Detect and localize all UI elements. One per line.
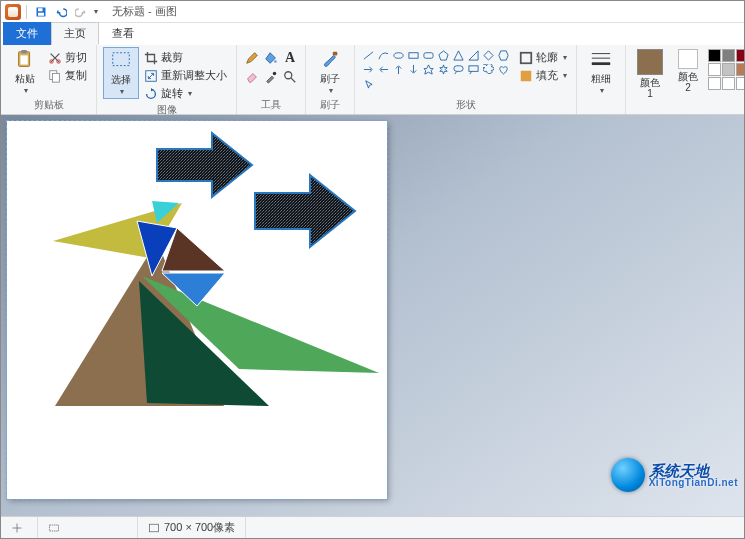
palette-swatch[interactable]	[722, 77, 735, 90]
svg-rect-9	[52, 73, 59, 82]
svg-rect-15	[333, 52, 338, 56]
ribbon: 粘贴▾ 剪切 复制 剪贴板 选择▾ 裁剪 重新调整大小 旋转▾ 图像	[1, 45, 744, 115]
palette-swatch[interactable]	[708, 49, 721, 62]
shape-gallery[interactable]	[361, 49, 510, 90]
group-label-clipboard: 剪贴板	[34, 97, 64, 114]
group-image: 选择▾ 裁剪 重新调整大小 旋转▾ 图像	[97, 45, 237, 114]
app-icon	[5, 4, 21, 20]
group-colors: 颜色 1 颜色 2 编辑颜色 颜色	[626, 45, 745, 114]
palette-swatch[interactable]	[736, 63, 745, 76]
status-selection-size	[38, 517, 138, 538]
color1-swatch	[637, 49, 663, 75]
svg-rect-10	[113, 53, 130, 66]
pencil-tool[interactable]	[243, 49, 261, 67]
svg-rect-4	[21, 50, 26, 54]
group-label-size	[600, 100, 603, 114]
svg-rect-21	[521, 52, 532, 63]
resize-button[interactable]: 重新调整大小	[141, 67, 230, 84]
fill-icon	[519, 69, 533, 83]
resize-icon	[144, 69, 158, 83]
svg-rect-19	[453, 66, 462, 72]
color1-button[interactable]: 颜色 1	[632, 47, 668, 101]
svg-point-13	[273, 72, 277, 76]
cut-button[interactable]: 剪切	[45, 49, 90, 66]
palette-swatch[interactable]	[736, 77, 745, 90]
select-button[interactable]: 选择▾	[103, 47, 139, 99]
palette-swatch[interactable]	[722, 49, 735, 62]
paste-icon	[14, 49, 36, 71]
tab-home[interactable]: 主页	[51, 22, 99, 45]
palette-swatch[interactable]	[708, 63, 721, 76]
status-bar: 700 × 700像素	[1, 516, 744, 538]
canvas[interactable]	[7, 121, 387, 499]
svg-point-14	[285, 72, 292, 79]
fill-tool[interactable]	[262, 49, 280, 67]
magnifier-tool[interactable]	[281, 68, 299, 86]
rotate-button[interactable]: 旋转▾	[141, 85, 230, 102]
watermark-cn: 系统天地	[649, 463, 738, 478]
group-shapes: 轮廓▾ 填充▾ 形状	[355, 45, 577, 114]
svg-rect-18	[423, 53, 432, 59]
save-button[interactable]	[32, 3, 50, 21]
size-icon	[590, 49, 612, 71]
copy-button[interactable]: 复制	[45, 67, 90, 84]
status-canvas-size: 700 × 700像素	[138, 517, 246, 538]
globe-icon	[611, 458, 645, 492]
svg-point-16	[393, 53, 402, 59]
text-tool[interactable]: A	[281, 49, 299, 67]
title-bar: ▾ 无标题 - 画图	[1, 1, 744, 23]
group-brushes: 刷子▾ 刷子	[306, 45, 355, 114]
group-clipboard: 粘贴▾ 剪切 复制 剪贴板	[1, 45, 97, 114]
color2-button[interactable]: 颜色 2	[670, 47, 706, 95]
size-button[interactable]: 粗细▾	[583, 47, 619, 97]
watermark-en: XiTongTianDi.net	[649, 478, 738, 488]
svg-rect-22	[521, 70, 532, 81]
brush-icon	[319, 49, 341, 71]
group-label-shapes: 形状	[456, 97, 476, 114]
group-tools: A 工具	[237, 45, 306, 114]
shape-outline-button[interactable]: 轮廓▾	[516, 49, 570, 66]
svg-rect-17	[408, 53, 417, 59]
picker-tool[interactable]	[262, 68, 280, 86]
crop-icon	[144, 51, 158, 65]
paste-button[interactable]: 粘贴▾	[7, 47, 43, 97]
svg-rect-2	[38, 12, 44, 15]
svg-rect-42	[50, 525, 59, 531]
group-label-brushes: 刷子	[320, 97, 340, 114]
palette-swatch[interactable]	[708, 77, 721, 90]
svg-rect-43	[150, 524, 159, 532]
rotate-icon	[144, 87, 158, 101]
status-cursor-pos	[1, 517, 38, 538]
window-title: 无标题 - 画图	[112, 4, 177, 19]
copy-icon	[48, 69, 62, 83]
shape-fill-button[interactable]: 填充▾	[516, 67, 570, 84]
palette-swatch[interactable]	[736, 49, 745, 62]
outline-icon	[519, 51, 533, 65]
qat-customize[interactable]: ▾	[94, 7, 98, 16]
group-size: 粗细▾	[577, 45, 626, 114]
ribbon-tabs: 文件 主页 查看	[1, 23, 744, 45]
svg-rect-5	[20, 55, 27, 64]
crop-button[interactable]: 裁剪	[141, 49, 230, 66]
svg-point-12	[274, 60, 277, 63]
group-label-tools: 工具	[261, 97, 281, 114]
cut-icon	[48, 51, 62, 65]
color2-swatch	[678, 49, 698, 69]
undo-button[interactable]	[52, 3, 70, 21]
tab-file[interactable]: 文件	[3, 22, 51, 45]
canvas-container	[7, 121, 387, 499]
svg-rect-1	[38, 8, 43, 11]
tab-view[interactable]: 查看	[99, 22, 147, 45]
color-palette[interactable]	[708, 49, 745, 90]
palette-swatch[interactable]	[722, 63, 735, 76]
eraser-tool[interactable]	[243, 68, 261, 86]
brush-button[interactable]: 刷子▾	[312, 47, 348, 97]
redo-button[interactable]	[72, 3, 90, 21]
quick-access-toolbar: ▾	[1, 3, 102, 21]
svg-rect-20	[468, 66, 477, 72]
select-icon	[110, 50, 132, 72]
watermark: 系统天地 XiTongTianDi.net	[611, 458, 738, 492]
work-area: 系统天地 XiTongTianDi.net	[1, 115, 744, 516]
